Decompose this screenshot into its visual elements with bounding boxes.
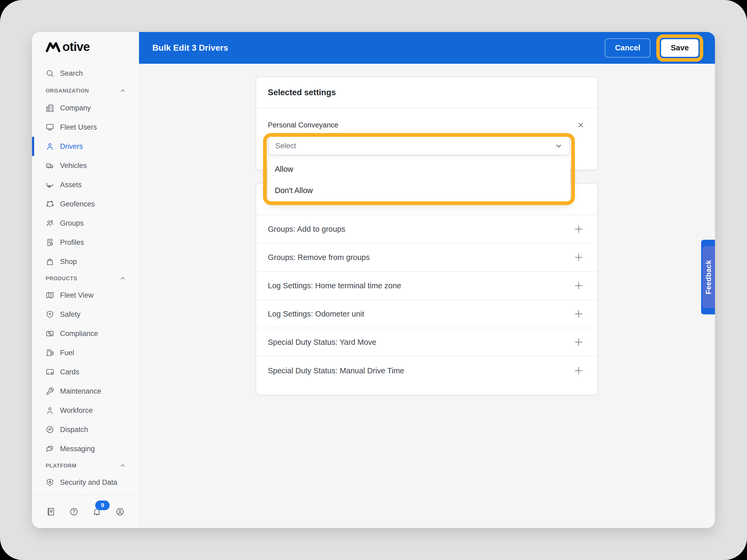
sidebar-item-label: Geofences <box>60 200 95 208</box>
add-setting-button[interactable] <box>573 365 585 376</box>
sidebar-item-shop[interactable]: Shop <box>32 252 139 271</box>
selected-settings-header: Selected settings <box>256 77 597 109</box>
sidebar-item-company[interactable]: Company <box>32 99 139 117</box>
sidebar-item-assets[interactable]: Assets <box>32 175 139 194</box>
main-area: Bulk Edit 3 Drivers Cancel Save Selected… <box>139 32 715 528</box>
add-setting-button[interactable] <box>573 308 585 320</box>
geofence-polygon-icon <box>46 200 54 208</box>
monitor-icon <box>46 123 54 131</box>
security-shield-lock-icon <box>46 478 54 487</box>
motive-logo: otive <box>45 41 139 53</box>
sidebar-item-label: Dispatch <box>60 426 88 434</box>
sidebar-search[interactable]: Search <box>32 64 139 83</box>
row-label: Log Settings: Home terminal time zone <box>268 281 401 290</box>
screenshot-frame: otive Search ORGANIZATION Company Fleet … <box>0 0 747 560</box>
company-icon <box>46 104 54 112</box>
content-area: Selected settings Personal Conveyance <box>139 64 715 528</box>
sidebar-item-fleet-view[interactable]: Fleet View <box>32 286 139 305</box>
credit-card-icon <box>46 368 54 376</box>
sidebar-item-label: Fleet Users <box>60 123 97 131</box>
section-header-platform[interactable]: PLATFORM <box>32 458 139 473</box>
account-button[interactable] <box>115 506 125 517</box>
sidebar-item-label: Safety <box>60 311 81 319</box>
sidebar-item-groups[interactable]: Groups <box>32 214 139 233</box>
sidebar-item-cards[interactable]: Cards <box>32 363 139 381</box>
row-label: Special Duty Status: Yard Move <box>268 338 377 347</box>
option-allow[interactable]: Allow <box>268 158 570 180</box>
sidebar-item-label: Fuel <box>60 349 74 357</box>
sidebar-item-label: Workforce <box>60 406 93 415</box>
sidebar-item-label: Assets <box>60 181 82 189</box>
motive-logo-m-icon <box>45 41 61 53</box>
sidebar-item-label: Compliance <box>60 329 98 338</box>
personal-conveyance-select[interactable]: Select <box>268 136 570 156</box>
row-label: Groups: Add to groups <box>268 225 345 234</box>
plus-icon <box>573 252 584 262</box>
available-setting-row[interactable]: Groups: Remove from groups <box>256 243 597 272</box>
available-setting-row[interactable]: Groups: Add to groups <box>256 215 597 243</box>
close-icon <box>577 121 585 129</box>
add-setting-button[interactable] <box>573 223 585 235</box>
option-dont-allow[interactable]: Don't Allow <box>268 180 570 201</box>
available-setting-row[interactable]: Special Duty Status: Yard Move <box>256 328 597 356</box>
feedback-tab-inner: Feedback <box>702 246 715 308</box>
account-circle-icon <box>115 507 125 516</box>
workforce-person-icon <box>46 406 54 415</box>
row-label: Special Duty Status: Manual Drive Time <box>268 366 404 375</box>
sidebar-item-dispatch[interactable]: Dispatch <box>32 420 139 439</box>
plus-icon <box>573 281 584 291</box>
notifications-button[interactable]: 9 <box>92 506 102 517</box>
sidebar-item-label: Groups <box>60 219 84 228</box>
sidebar-item-label: Vehicles <box>60 162 87 170</box>
sidebar-item-drivers[interactable]: Drivers <box>32 137 139 156</box>
sidebar-item-label: Shop <box>60 258 77 266</box>
shop-bag-icon <box>46 257 54 266</box>
trailer-icon <box>46 181 54 189</box>
section-header-organization[interactable]: ORGANIZATION <box>32 83 139 99</box>
map-book-pin-icon <box>46 507 55 516</box>
sidebar-item-messaging[interactable]: Messaging <box>32 439 139 458</box>
sidebar-item-label: Security and Data <box>60 478 118 487</box>
feedback-tab[interactable]: Feedback <box>701 240 715 314</box>
sidebar-item-label: Maintenance <box>60 387 101 396</box>
cancel-button[interactable]: Cancel <box>605 38 650 58</box>
sidebar-item-geofences[interactable]: Geofences <box>32 194 139 214</box>
compliance-blocks-icon <box>46 329 54 338</box>
selected-settings-body: Personal Conveyance Select <box>256 120 597 156</box>
app-window: otive Search ORGANIZATION Company Fleet … <box>32 32 715 528</box>
messaging-chat-icon <box>46 445 54 453</box>
sidebar-item-fleet-users[interactable]: Fleet Users <box>32 117 139 137</box>
available-setting-row[interactable]: Log Settings: Home terminal time zone <box>256 272 597 300</box>
sidebar-item-vehicles[interactable]: Vehicles <box>32 156 139 175</box>
available-setting-row[interactable]: Log Settings: Odometer unit <box>256 300 597 328</box>
section-header-products[interactable]: PRODUCTS <box>32 271 139 286</box>
truck-icon <box>46 161 54 170</box>
remove-setting-button[interactable] <box>576 120 586 130</box>
motive-logo-text: otive <box>62 41 89 53</box>
sidebar-item-workforce[interactable]: Workforce <box>32 401 139 420</box>
help-button[interactable] <box>69 506 79 517</box>
driver-person-icon <box>46 142 54 151</box>
sidebar-item-fuel[interactable]: Fuel <box>32 343 139 363</box>
sidebar-item-compliance[interactable]: Compliance <box>32 324 139 343</box>
sidebar-item-security-and-data[interactable]: Security and Data <box>32 473 139 492</box>
personal-conveyance-dropdown-menu: Allow Don't Allow <box>268 158 570 202</box>
safety-shield-icon <box>46 310 54 319</box>
fuel-pump-icon <box>46 349 54 357</box>
add-setting-button[interactable] <box>573 336 585 348</box>
map-guide-button[interactable] <box>45 506 56 517</box>
add-setting-button[interactable] <box>573 251 585 263</box>
available-setting-row[interactable]: Special Duty Status: Manual Drive Time <box>256 356 597 385</box>
plus-icon <box>573 337 584 347</box>
help-circle-icon <box>69 507 78 516</box>
select-placeholder: Select <box>275 141 296 150</box>
sidebar-item-safety[interactable]: Safety <box>32 305 139 324</box>
sidebar-item-maintenance[interactable]: Maintenance <box>32 381 139 401</box>
sidebar-item-profiles[interactable]: Profiles <box>32 233 139 252</box>
sidebar-item-label: Profiles <box>60 238 84 247</box>
add-setting-button[interactable] <box>573 280 585 291</box>
save-button[interactable]: Save <box>661 39 698 57</box>
profiles-document-gear-icon <box>46 238 54 247</box>
section-label: ORGANIZATION <box>46 88 89 94</box>
sidebar-item-label: Messaging <box>60 445 95 453</box>
